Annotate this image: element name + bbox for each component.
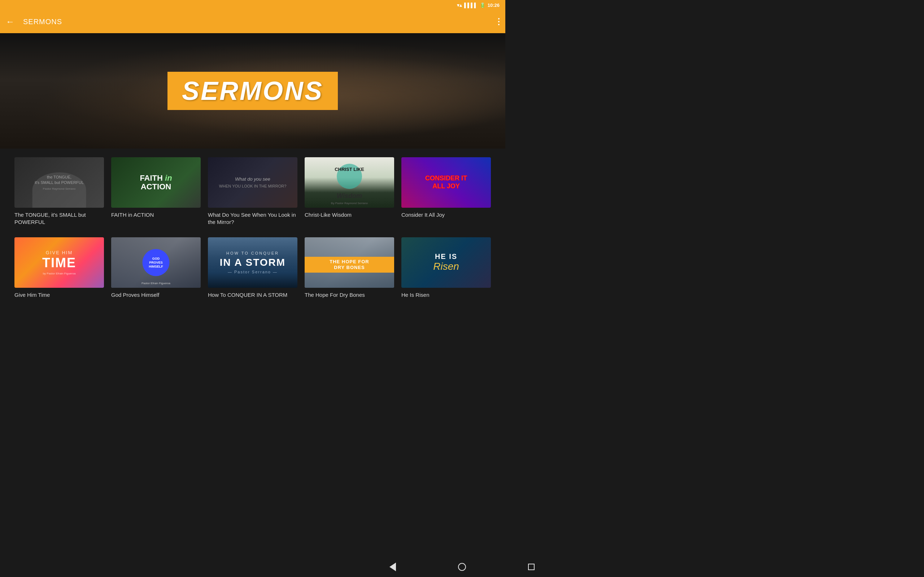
- sermon-title-hope: The Hope For Dry Bones: [305, 292, 394, 298]
- sermon-title-tongue: The TONGUE, it's SMALL but POWERFUL: [15, 211, 104, 226]
- sermon-title-storm: How To CONQUER IN A STORM: [208, 292, 297, 298]
- sermon-thumb-tongue: the TONGUE,it's SMALL but POWERFUL Pasto…: [15, 157, 104, 208]
- sermon-thumb-hope: THE HOPE FORDRY BONES: [305, 237, 394, 288]
- sermon-title-mirror: What Do You See When You Look in the Mir…: [208, 211, 297, 226]
- status-icons: ▾▴ ▌▌▌▌ 🔋 10:26: [457, 3, 499, 8]
- thumb-storm-bg: HOW TO CONQUER IN A STORM — Pastor Serra…: [208, 237, 297, 288]
- time-display: 10:26: [488, 3, 499, 8]
- sermon-thumb-god: GODPROVESHIMSELF Pastor Efrain Figueroa: [111, 237, 201, 288]
- thumb-faith-text: FAITH inACTION: [137, 171, 175, 194]
- top-bar: ← SERMONS: [0, 10, 505, 33]
- thumb-hope-banner: THE HOPE FORDRY BONES: [305, 257, 394, 272]
- battery-icon: 🔋: [480, 3, 485, 8]
- sermon-thumb-joy: CONSIDER ITALL JOY: [401, 157, 491, 208]
- sermon-card-risen[interactable]: HE IS Risen He Is Risen: [401, 237, 491, 298]
- sermon-thumb-time: GIVE HIM TIME by Pastor Efrain Figueroa: [15, 237, 104, 288]
- sermon-card-mirror[interactable]: What do you see WHEN YOU LOOK IN THE MIR…: [208, 157, 297, 226]
- sermon-card-faith[interactable]: FAITH inACTION FAITH in ACTION: [111, 157, 201, 226]
- thumb-hope-bg: THE HOPE FORDRY BONES: [305, 237, 394, 288]
- sermon-title-joy: Consider It All Joy: [401, 211, 491, 219]
- thumb-joy-bg: CONSIDER ITALL JOY: [401, 157, 491, 208]
- content-area: the TONGUE,it's SMALL but POWERFUL Pasto…: [0, 148, 505, 319]
- wifi-icon: ▾▴: [457, 3, 462, 8]
- sermon-card-joy[interactable]: CONSIDER ITALL JOY Consider It All Joy: [401, 157, 491, 226]
- thumb-time-bg: GIVE HIM TIME by Pastor Efrain Figueroa: [15, 237, 104, 288]
- hero-banner: SERMONS: [0, 33, 505, 148]
- thumb-christ-bg: CHRIST LIKE Wisdom By Pastor Raymond Ser…: [305, 157, 394, 208]
- dot3: [498, 24, 499, 25]
- thumb-storm-text2: IN A STORM: [220, 257, 286, 268]
- sermon-thumb-mirror: What do you see WHEN YOU LOOK IN THE MIR…: [208, 157, 297, 208]
- back-button[interactable]: ←: [6, 16, 15, 27]
- lips-silhouette: [32, 172, 86, 208]
- sermon-title-faith: FAITH in ACTION: [111, 211, 201, 219]
- sermon-thumb-storm: HOW TO CONQUER IN A STORM — Pastor Serra…: [208, 237, 297, 288]
- sermon-title-god: God Proves Himself: [111, 292, 201, 298]
- sermon-title-time: Give Him Time: [15, 292, 104, 298]
- sermon-title-risen: He Is Risen: [401, 292, 491, 298]
- page-title: SERMONS: [23, 18, 62, 26]
- thumb-storm-text1: HOW TO CONQUER: [226, 251, 279, 255]
- hero-title-box: SERMONS: [168, 72, 338, 110]
- more-options-button[interactable]: [498, 18, 499, 25]
- sermon-grid-row1: the TONGUE,it's SMALL but POWERFUL Pasto…: [15, 157, 491, 226]
- signal-icon: ▌▌▌▌: [464, 3, 478, 8]
- thumb-christ-pastor: By Pastor Raymond Serrano: [331, 201, 368, 205]
- thumb-tongue-bg: the TONGUE,it's SMALL but POWERFUL Pasto…: [15, 157, 104, 208]
- thumb-mirror-bg: What do you see WHEN YOU LOOK IN THE MIR…: [208, 157, 297, 208]
- sermon-title-christ: Christ-Like Wisdom: [305, 211, 394, 219]
- dot1: [498, 18, 499, 19]
- sermon-thumb-christ: CHRIST LIKE Wisdom By Pastor Raymond Ser…: [305, 157, 394, 208]
- sermon-grid-row2: GIVE HIM TIME by Pastor Efrain Figueroa …: [15, 237, 491, 298]
- sermon-card-hope[interactable]: THE HOPE FORDRY BONES The Hope For Dry B…: [305, 237, 394, 298]
- sermon-thumb-risen: HE IS Risen: [401, 237, 491, 288]
- sermon-card-christ[interactable]: CHRIST LIKE Wisdom By Pastor Raymond Ser…: [305, 157, 394, 226]
- thumb-god-circle: GODPROVESHIMSELF: [142, 249, 170, 276]
- sermon-card-time[interactable]: GIVE HIM TIME by Pastor Efrain Figueroa …: [15, 237, 104, 298]
- thumb-joy-text: CONSIDER ITALL JOY: [425, 174, 467, 190]
- sermon-card-tongue[interactable]: the TONGUE,it's SMALL but POWERFUL Pasto…: [15, 157, 104, 226]
- sermon-card-god[interactable]: GODPROVESHIMSELF Pastor Efrain Figueroa …: [111, 237, 201, 298]
- sermon-thumb-faith: FAITH inACTION: [111, 157, 201, 208]
- thumb-risen-bg: HE IS Risen: [401, 237, 491, 288]
- top-bar-left: ← SERMONS: [6, 16, 62, 27]
- thumb-faith-bg: FAITH inACTION: [111, 157, 201, 208]
- thumb-god-bg: GODPROVESHIMSELF Pastor Efrain Figueroa: [111, 237, 201, 288]
- thumb-storm-text3: — Pastor Serrano —: [228, 270, 278, 274]
- thumb-christ-sub: Wisdom: [337, 192, 362, 200]
- hero-title: SERMONS: [182, 76, 323, 106]
- status-bar: ▾▴ ▌▌▌▌ 🔋 10:26: [0, 0, 505, 10]
- dot2: [498, 21, 499, 23]
- sermon-card-storm[interactable]: HOW TO CONQUER IN A STORM — Pastor Serra…: [208, 237, 297, 298]
- thumb-christ-text: CHRIST LIKE: [334, 167, 364, 172]
